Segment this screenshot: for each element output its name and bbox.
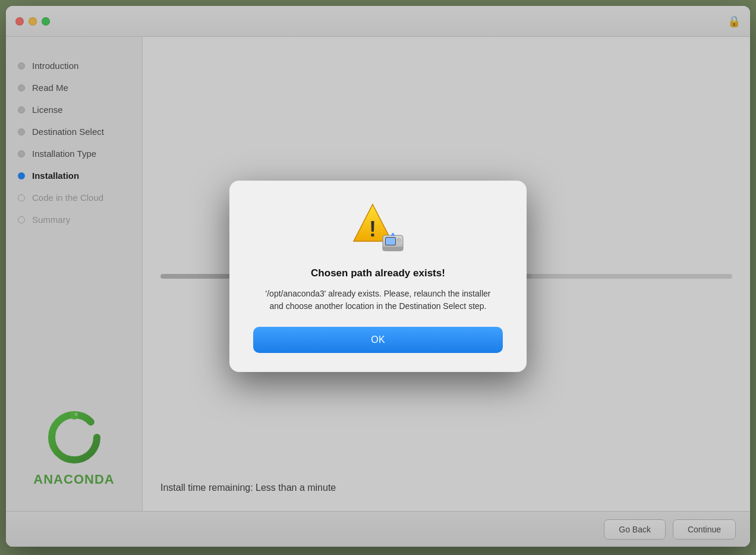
svg-text:!: !	[369, 217, 376, 241]
disk-icon	[381, 233, 405, 256]
dialog-body: '/opt/anaconda3' already exists. Please,…	[265, 288, 491, 313]
svg-point-10	[397, 238, 401, 242]
dialog-title: Chosen path already exists!	[311, 267, 445, 279]
svg-rect-12	[392, 233, 394, 235]
dialog-icon-container: !	[351, 202, 405, 256]
dialog: !	[229, 181, 527, 372]
ok-button[interactable]: OK	[253, 327, 503, 353]
svg-rect-7	[383, 247, 403, 251]
dialog-overlay: !	[6, 6, 750, 547]
installer-window: 🔒 Introduction Read Me License	[6, 6, 750, 547]
svg-rect-9	[386, 238, 395, 245]
